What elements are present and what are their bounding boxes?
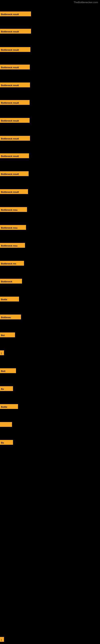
bottleneck-result-badge: Bottleneck resu <box>0 243 25 248</box>
bottleneck-result-badge: Bottleneck result <box>0 189 28 194</box>
bottleneck-result-badge: Bottleneck result <box>0 82 30 87</box>
bottleneck-result-badge: Bottleneck <box>0 279 22 284</box>
bottleneck-result-badge: Bottleneck result <box>0 29 31 34</box>
bottleneck-result-badge: Bott <box>0 368 16 373</box>
bottleneck-result-badge: Bottleneck result <box>0 100 30 105</box>
bottleneck-result-badge: | <box>0 637 4 642</box>
bottleneck-result-badge: Bottleneck resu <box>0 207 27 212</box>
bottleneck-result-badge: | <box>0 350 4 355</box>
bottleneck-result-badge: Bottlenec <box>0 314 21 320</box>
bottleneck-result-badge: Bottle <box>0 404 18 409</box>
bottleneck-result-badge: Bot <box>0 332 15 337</box>
bottleneck-result-badge: Bottleneck res <box>0 261 24 266</box>
bottleneck-result-badge: Bo <box>0 440 13 445</box>
bottleneck-result-badge: Bottleneck result <box>0 47 30 52</box>
site-title: TheBottlenecker.com <box>74 1 98 4</box>
bottleneck-result-badge: Bottleneck result <box>0 171 29 176</box>
bottleneck-result-badge: Bottleneck result <box>0 12 31 16</box>
bottleneck-result-badge: Bottleneck result <box>0 153 29 158</box>
bottleneck-result-badge: Bottleneck result <box>0 136 30 141</box>
bottleneck-result-badge: Bottleneck result <box>0 118 30 123</box>
bottleneck-result-badge: Bottleneck resu <box>0 225 26 230</box>
bottleneck-result-badge: Bottle <box>0 297 19 302</box>
bottleneck-result-badge: Bo <box>0 386 13 391</box>
bottleneck-result-badge: Bottleneck result <box>0 64 30 70</box>
bottleneck-result-badge <box>0 422 12 427</box>
